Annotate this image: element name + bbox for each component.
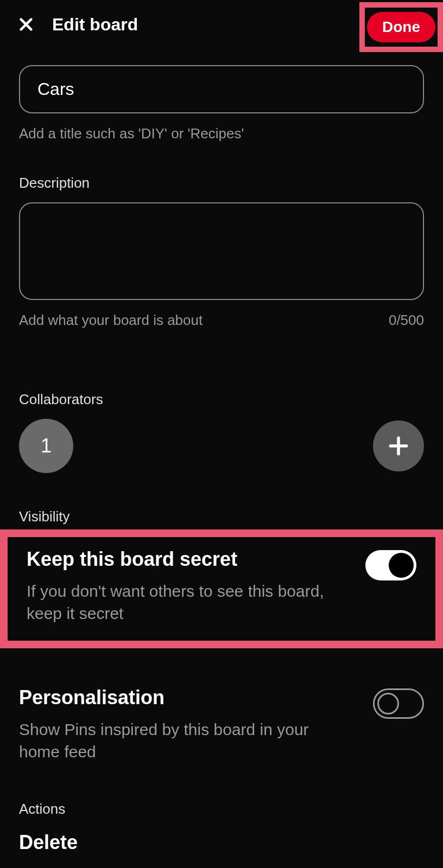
personalisation-title: Personalisation (19, 686, 323, 709)
personalisation-section: Personalisation Show Pins inspired by th… (19, 686, 424, 763)
description-footer: Add what your board is about 0/500 (19, 312, 424, 329)
personalisation-toggle[interactable] (373, 688, 424, 719)
collaborator-avatar[interactable]: 1 (19, 419, 73, 473)
description-label: Description (19, 175, 424, 192)
personalisation-text-block: Personalisation Show Pins inspired by th… (19, 686, 323, 763)
done-highlight: Done (359, 2, 443, 52)
secret-highlight: Keep this board secret If you don't want… (0, 529, 443, 648)
collaborators-label: Collaborators (19, 391, 424, 408)
description-input[interactable] (19, 202, 424, 300)
secret-title: Keep this board secret (27, 548, 331, 571)
visibility-label: Visibility (19, 508, 424, 525)
page-title: Edit board (52, 15, 138, 35)
header: Edit board Done (0, 0, 443, 49)
board-title-input[interactable] (19, 65, 424, 113)
description-helper: Add what your board is about (19, 312, 202, 329)
secret-description: If you don't want others to see this boa… (27, 580, 331, 624)
description-counter: 0/500 (389, 312, 424, 329)
collaborators-row: 1 (19, 419, 424, 473)
delete-button[interactable]: Delete (19, 831, 424, 854)
close-icon[interactable] (16, 15, 36, 34)
secret-text-block: Keep this board secret If you don't want… (27, 548, 331, 624)
content: Add a title such as 'DIY' or 'Recipes' D… (0, 49, 443, 865)
secret-toggle[interactable] (365, 550, 416, 580)
personalisation-description: Show Pins inspired by this board in your… (19, 719, 323, 763)
secret-setting-row: Keep this board secret If you don't want… (27, 548, 416, 624)
plus-icon (387, 434, 410, 458)
done-button[interactable]: Done (367, 12, 435, 42)
header-left: Edit board (16, 15, 138, 35)
add-collaborator-button[interactable] (373, 420, 424, 471)
toggle-knob (389, 553, 414, 578)
personalisation-row: Personalisation Show Pins inspired by th… (19, 686, 424, 763)
toggle-knob (377, 693, 399, 714)
actions-label: Actions (19, 801, 424, 818)
title-helper: Add a title such as 'DIY' or 'Recipes' (19, 125, 424, 142)
